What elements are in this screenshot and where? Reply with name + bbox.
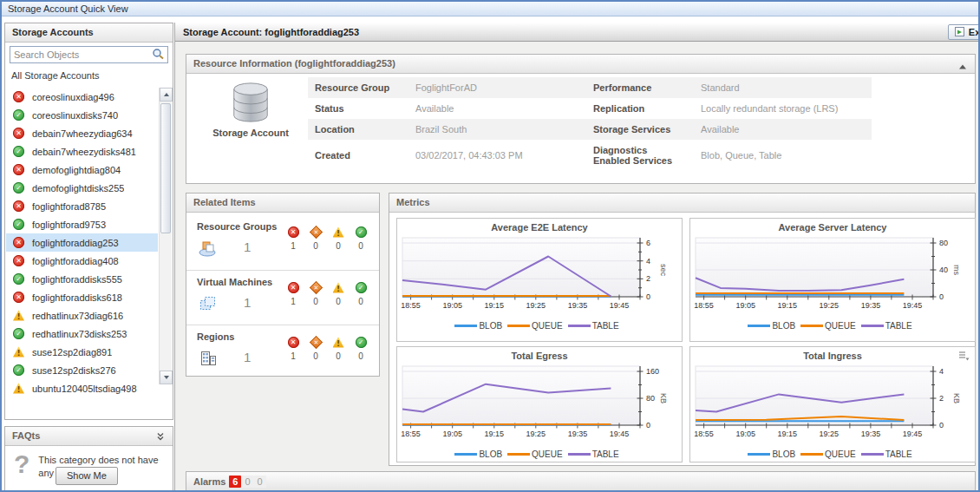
chart-legend: BLOBQUEUETABLE — [397, 319, 682, 332]
list-item[interactable]: foglightforaddiag408 — [6, 252, 158, 270]
metrics-header-label: Metrics — [396, 197, 430, 207]
scroll-down-button[interactable] — [160, 371, 173, 384]
field-label: Created — [308, 140, 408, 171]
search-icon[interactable] — [152, 48, 165, 62]
list-item[interactable]: foglightforad8785 — [6, 197, 158, 215]
svg-text:18:55: 18:55 — [401, 430, 421, 438]
list-item[interactable]: suse12sp2disks276 — [6, 361, 158, 379]
fatal-status-icon — [13, 237, 24, 248]
svg-text:19:25: 19:25 — [526, 430, 546, 438]
related-items-body: Resource Groups11000Virtual Machines1100… — [186, 213, 379, 379]
normal-severity-icon — [356, 282, 367, 293]
svg-text:19:15: 19:15 — [485, 301, 505, 310]
svg-text:19:45: 19:45 — [610, 430, 630, 438]
group-count[interactable]: 1 — [244, 239, 251, 254]
fatal-status-icon — [13, 200, 24, 212]
list-item-label: debain7wheezydiag634 — [32, 128, 133, 139]
svg-text:19:45: 19:45 — [610, 301, 630, 310]
resource-info-table: Resource GroupFoglightForADPerformanceSt… — [308, 77, 872, 171]
list-item[interactable]: coreoslinuxdisks740 — [6, 106, 158, 124]
legend-item: BLOB — [748, 321, 800, 331]
svg-text:4: 4 — [939, 367, 944, 376]
chart-box-server-latency: Average Server Latency18:5519:0519:1519:… — [689, 218, 976, 342]
related-group[interactable]: Regions11000 — [186, 325, 379, 379]
fatal-alarm-count-badge[interactable]: 6 — [229, 476, 241, 488]
faq-header: FAQts — [5, 427, 173, 446]
chart-title: Average Server Latency — [690, 219, 975, 234]
svg-text:ms: ms — [952, 265, 961, 275]
severity-count: 1 — [291, 297, 296, 306]
list-item[interactable]: foglightforaddisks618 — [6, 288, 158, 306]
scroll-thumb[interactable] — [160, 103, 171, 233]
list-item[interactable]: debain7wheezydiag634 — [6, 124, 158, 142]
related-items-panel: Related Items Resource Groups11000Virtua… — [186, 193, 380, 377]
show-me-button[interactable]: Show Me — [56, 467, 118, 485]
severity-count: 0 — [313, 241, 318, 251]
chart-plot: 18:5519:0519:1519:2519:3519:450246sec — [397, 234, 680, 318]
list-item[interactable]: foglightforaddisks555 — [6, 270, 158, 288]
related-group[interactable]: Virtual Machines11000 — [186, 270, 379, 325]
list-item[interactable]: demofoglightdiag804 — [6, 161, 158, 179]
legend-label: BLOB — [772, 321, 795, 331]
svg-text:0: 0 — [939, 421, 944, 430]
chart-box-total-egress: Total Egress18:5519:0519:1519:2519:3519:… — [396, 346, 683, 462]
fatal-severity-icon — [288, 282, 299, 293]
fatal-status-icon — [13, 91, 24, 102]
collapse-arrow-icon[interactable] — [958, 62, 967, 72]
list-item[interactable]: demofoglightdisks255 — [6, 179, 158, 197]
legend-label: TABLE — [592, 321, 619, 331]
critical-severity-icon — [309, 281, 323, 295]
svg-text:19:05: 19:05 — [442, 430, 462, 438]
list-item-label: foglightforad8785 — [32, 201, 106, 212]
resource-info-row: StatusAvailableReplicationLocally redund… — [308, 98, 872, 119]
resource-groups-icon — [199, 239, 218, 259]
list-item[interactable]: suse12sp2diag891 — [6, 343, 158, 361]
svg-text:4: 4 — [646, 257, 650, 266]
group-count[interactable]: 1 — [244, 295, 251, 310]
list-item[interactable]: ubuntu120405ltsdiag498 — [6, 379, 158, 397]
group-count[interactable]: 1 — [244, 350, 251, 364]
list-scrollbar[interactable] — [159, 88, 172, 384]
group-label: Resource Groups — [197, 221, 277, 232]
list-item[interactable]: coreoslinuxdiag496 — [6, 88, 158, 106]
svg-text:18:55: 18:55 — [694, 430, 714, 438]
warning-severity-icon — [333, 226, 344, 238]
scroll-up-button[interactable] — [160, 88, 173, 102]
list-item[interactable]: foglightforad9753 — [6, 215, 158, 233]
legend-swatch — [861, 325, 884, 327]
related-group[interactable]: Resource Groups11000 — [186, 215, 379, 270]
collapse-chevrons-icon[interactable] — [155, 431, 166, 443]
field-value: FoglightForAD — [408, 77, 586, 98]
legend-item: BLOB — [454, 321, 507, 331]
fatal-status-icon — [13, 164, 24, 175]
search-input[interactable] — [14, 49, 152, 60]
field-value: Locally redundant storage (LRS) — [694, 98, 872, 119]
chart-options-icon[interactable] — [957, 351, 970, 363]
list-item-label: ubuntu120405ltsdiag498 — [32, 384, 137, 394]
window-titlebar: Storage Account Quick View — [2, 2, 978, 16]
related-items-header-label: Related Items — [193, 197, 256, 207]
all-storage-accounts-link[interactable]: All Storage Accounts — [5, 66, 173, 84]
legend-item: TABLE — [861, 321, 918, 331]
alarm-count-badge[interactable]: 0 — [254, 476, 266, 488]
resource-info-body: Storage Account Resource GroupFoglightFo… — [186, 74, 975, 183]
group-label: Regions — [197, 331, 234, 342]
storage-account-icon-block: Storage Account — [199, 81, 303, 138]
svg-text:2: 2 — [939, 394, 944, 403]
main-area: Storage Account: foglightforaddiag253 Ex… — [174, 23, 978, 490]
svg-text:0: 0 — [646, 292, 650, 301]
field-label: Resource Group — [308, 77, 408, 98]
warning-status-icon — [13, 383, 24, 394]
list-item[interactable]: redhatlinux73disks253 — [6, 325, 158, 343]
list-item[interactable]: redhatlinux73diag616 — [6, 306, 158, 325]
storage-accounts-list: coreoslinuxdiag496coreoslinuxdisks740deb… — [6, 88, 158, 416]
svg-text:19:25: 19:25 — [526, 301, 546, 310]
field-label: Performance — [586, 77, 694, 98]
faq-panel: FAQts ? This category does not have any … — [4, 426, 173, 490]
list-item[interactable]: foglightforaddiag253 — [6, 233, 158, 252]
svg-text:19:35: 19:35 — [861, 301, 881, 310]
alarm-count-badge[interactable]: 0 — [241, 476, 253, 488]
list-item[interactable]: debain7wheezydisks481 — [6, 142, 158, 161]
legend-swatch — [748, 453, 770, 456]
explore-button[interactable]: Exp — [948, 24, 978, 40]
